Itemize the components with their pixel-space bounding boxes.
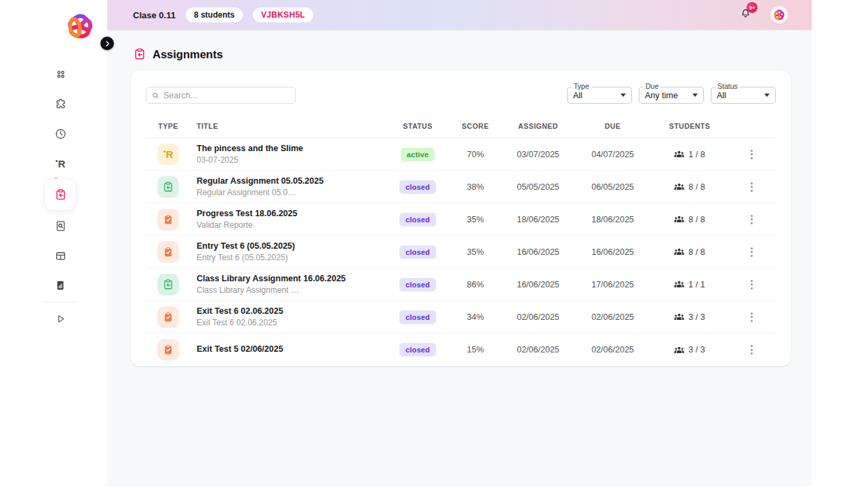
type-cell: R	[146, 209, 191, 230]
due-filter-label: Due	[644, 82, 660, 90]
score-value: 35%	[448, 215, 502, 224]
row-menu-button[interactable]	[747, 244, 756, 260]
status-badge: closed	[399, 180, 436, 194]
row-menu-button[interactable]	[747, 146, 756, 163]
due-date: 02/06/2025	[574, 312, 652, 322]
row-menu-button[interactable]	[747, 309, 756, 325]
status-cell: closed	[387, 213, 448, 226]
assignment-title: Regular Assignment 05.05.2025	[191, 176, 387, 186]
col-header-title: TITLE	[191, 122, 387, 130]
class-code-badge[interactable]: VJBKSH5L	[253, 7, 313, 22]
chevron-down-icon	[620, 94, 626, 97]
chevron-right-icon	[104, 41, 111, 47]
actions-cell	[728, 342, 776, 358]
sidebar-item-file-search[interactable]	[44, 211, 77, 241]
notification-count-badge: 9+	[747, 2, 757, 13]
students-cell: 8 / 8	[652, 182, 728, 192]
title-cell: Entry Test 6 (05.05.2025) Entry Test 6 (…	[191, 241, 387, 262]
search-box[interactable]	[146, 87, 296, 104]
table-row[interactable]: R Exit Test 5 02/06/2025 closed 15% 02/0…	[146, 333, 776, 366]
assignment-type-icon	[157, 176, 179, 198]
col-header-assigned: ASSIGNED	[502, 122, 574, 130]
table-row[interactable]: R Class Library Assignment 16.06.2025 Cl…	[146, 268, 776, 301]
actions-cell	[728, 146, 776, 163]
row-menu-button[interactable]	[747, 277, 756, 293]
report-icon	[54, 279, 66, 291]
table-row[interactable]: R Entry Test 6 (05.05.2025) Entry Test 6…	[146, 236, 776, 268]
students-count: 1 / 1	[688, 280, 705, 289]
assignment-subtitle: Regular Assignment 05.0…	[191, 188, 387, 197]
title-cell: Class Library Assignment 16.06.2025 Clas…	[191, 274, 387, 295]
assignments-icon	[54, 188, 67, 201]
apps-grid-icon	[54, 68, 67, 81]
type-filter-select[interactable]: Type All	[567, 87, 632, 104]
students-count: 3 / 3	[688, 345, 705, 354]
play-icon	[55, 313, 66, 325]
sidebar-item-reader[interactable]: R	[44, 148, 77, 178]
test-type-icon	[157, 306, 179, 328]
status-cell: closed	[387, 343, 448, 357]
status-filter-label: Status	[715, 82, 740, 90]
status-badge: active	[401, 148, 435, 161]
table-header: TYPE TITLE STATUS SCORE ASSIGNED DUE STU…	[146, 115, 776, 138]
assignment-title: Exit Test 5 02/06/2025	[191, 344, 387, 354]
status-badge: closed	[399, 245, 436, 259]
clock-icon	[54, 127, 67, 140]
page-header: Assignments	[133, 47, 812, 61]
sidebar-item-boards[interactable]	[44, 241, 77, 270]
assignment-subtitle: Validar Reporte	[191, 220, 387, 230]
table-row[interactable]: R Exit Test 6 02.06.2025 Exit Test 6 02.…	[146, 301, 776, 333]
table-row[interactable]: R Regular Assignment 05.05.2025 Regular …	[146, 171, 776, 203]
test-type-icon	[157, 209, 179, 230]
sidebar-item-reports[interactable]	[44, 270, 77, 300]
sidebar-item-history[interactable]	[44, 119, 77, 148]
col-header-type: TYPE	[146, 122, 191, 130]
col-header-status: STATUS	[387, 122, 448, 130]
due-filter-select[interactable]: Due Any time	[639, 87, 704, 104]
class-name: Clase 0.11	[133, 10, 176, 20]
actions-cell	[728, 211, 776, 228]
students-group-icon	[674, 281, 684, 288]
due-date: 02/06/2025	[574, 345, 652, 354]
row-menu-button[interactable]	[747, 342, 756, 358]
test-type-icon	[157, 241, 179, 263]
user-avatar[interactable]	[770, 6, 788, 24]
notifications-button[interactable]: 9+	[740, 7, 751, 22]
assignment-subtitle: Class Library Assignment …	[191, 285, 387, 295]
sidebar-nav: R	[14, 59, 107, 333]
sidebar-item-dashboard[interactable]	[44, 59, 77, 89]
sidebar-expand-button[interactable]	[100, 37, 114, 50]
assignment-subtitle: Entry Test 6 (05.05.2025)	[191, 253, 387, 262]
assignment-title: Class Library Assignment 16.06.2025	[191, 274, 387, 283]
sidebar-item-play[interactable]	[44, 304, 77, 333]
sidebar-item-extensions[interactable]	[44, 89, 77, 119]
actions-cell	[728, 309, 776, 325]
row-menu-button[interactable]	[747, 179, 756, 195]
assignment-title: The pincess and the Slime	[191, 144, 387, 153]
score-value: 38%	[448, 182, 502, 192]
status-cell: closed	[387, 245, 448, 259]
status-cell: closed	[387, 278, 448, 291]
search-input[interactable]	[163, 91, 290, 100]
actions-cell	[728, 277, 776, 293]
type-cell: R	[146, 144, 191, 165]
score-value: 70%	[448, 150, 502, 159]
type-cell: R	[146, 241, 191, 263]
table-row[interactable]: R Progress Test 18.06.2025 Validar Repor…	[146, 203, 776, 236]
table-controls: Type All Due Any time Status All	[146, 87, 776, 104]
sidebar-item-assignments[interactable]	[44, 178, 77, 211]
reader-type-icon: R	[157, 144, 179, 165]
file-search-icon	[54, 220, 67, 232]
status-filter-select[interactable]: Status All	[711, 87, 776, 104]
row-menu-button[interactable]	[747, 211, 756, 228]
students-group-icon	[674, 150, 684, 158]
main-area: Clase 0.11 8 students VJBKSH5L 9+ Assign…	[107, 0, 812, 487]
due-date: 18/06/2025	[574, 215, 652, 224]
table-row[interactable]: R The pincess and the Slime 03-07-2025 a…	[146, 138, 776, 171]
test-type-icon	[157, 339, 179, 361]
students-cell: 3 / 3	[652, 312, 728, 322]
due-date: 04/07/2025	[574, 150, 652, 159]
topbar: Clase 0.11 8 students VJBKSH5L 9+	[107, 0, 812, 30]
assignment-title: Entry Test 6 (05.05.2025)	[191, 241, 387, 251]
assignments-card: Type All Due Any time Status All TYPE TI…	[131, 71, 791, 366]
